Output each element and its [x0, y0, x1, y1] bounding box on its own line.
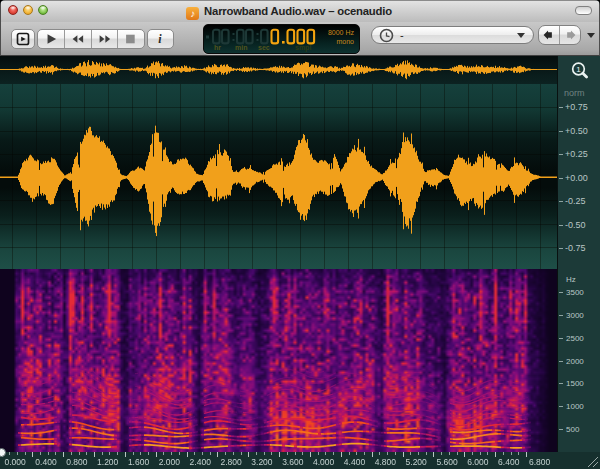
svg-text:1: 1: [576, 65, 581, 74]
svg-text:i: i: [158, 32, 162, 46]
